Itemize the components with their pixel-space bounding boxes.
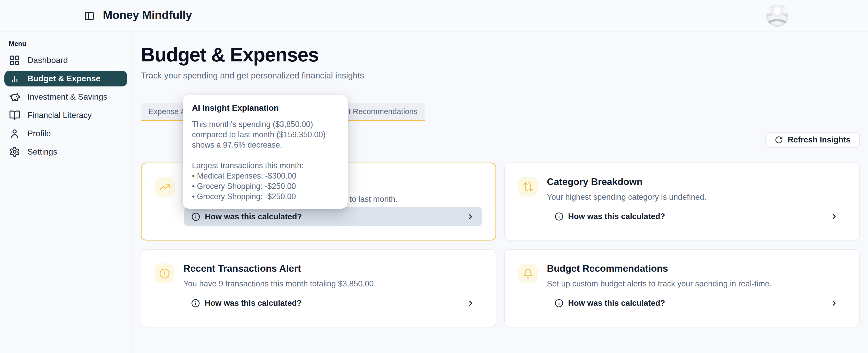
how-calculated-button[interactable]: How was this calculated? [184,207,482,226]
card-category-breakdown: Category Breakdown Your highest spending… [504,163,860,241]
dashboard-icon [9,55,20,66]
card-description: Set up custom budget alerts to track you… [547,279,846,289]
card-description: Your highest spending category is undefi… [547,192,846,202]
chevron-right-icon [830,299,838,307]
repeat-icon [518,177,538,197]
page-subtitle: Track your spending and get personalized… [141,71,860,80]
popover-list-heading: Largest transactions this month: [192,160,338,171]
info-icon [191,212,200,221]
sidebar-item-label: Dashboard [27,56,68,65]
popover-list-item: • Medical Expenses: -$300.00 [192,171,338,181]
card-budget-recommendations: Budget Recommendations Set up custom bud… [504,249,860,327]
book-open-icon [9,110,20,121]
how-calculated-label: How was this calculated? [205,298,302,308]
how-calculated-button[interactable]: How was this calculated? [183,294,483,313]
sidebar-item-settings[interactable]: Settings [4,144,127,160]
sidebar-item-label: Investment & Savings [27,92,107,102]
popover-title: AI Insight Explanation [192,103,338,113]
page-title: Budget & Expenses [141,44,860,65]
avatar[interactable] [766,5,788,27]
card-title: Budget Recommendations [547,263,846,274]
sidebar-item-financial-literacy[interactable]: Financial Literacy [4,107,127,123]
card-title: Category Breakdown [547,176,846,187]
gear-icon [9,146,20,157]
bell-icon [518,263,538,283]
how-calculated-label: How was this calculated? [568,212,665,221]
app-title: Money Mindfully [103,8,192,22]
header: Money Mindfully [0,0,868,32]
ai-insight-popover: AI Insight Explanation This month's spen… [183,95,348,209]
card-title: Recent Transactions Alert [183,263,483,274]
popover-list-item: • Grocery Shopping: -$250.00 [192,181,338,191]
bar-chart-icon [9,73,20,84]
info-icon [555,212,563,221]
sidebar-item-label: Settings [27,147,57,156]
sidebar: Menu Dashboard Budget & Expense Investme… [0,32,132,353]
refresh-insights-button[interactable]: Refresh Insights [766,132,860,148]
sidebar-item-investment-savings[interactable]: Investment & Savings [4,89,127,105]
refresh-insights-label: Refresh Insights [788,135,850,144]
alert-circle-icon [154,263,175,283]
menu-label: Menu [9,40,131,48]
info-icon [555,299,563,308]
how-calculated-button[interactable]: How was this calculated? [547,294,846,313]
user-icon [9,128,20,139]
sidebar-item-label: Financial Literacy [27,110,92,120]
info-icon [191,299,200,308]
card-recent-transactions-alert: Recent Transactions Alert You have 9 tra… [141,249,496,327]
popover-paragraph: This month's spending ($3,850.00) compar… [192,119,338,150]
card-description: You have 9 transactions this month total… [183,279,483,289]
how-calculated-label: How was this calculated? [568,298,665,308]
sidebar-item-dashboard[interactable]: Dashboard [4,52,127,68]
sidebar-nav: Dashboard Budget & Expense Investment & … [0,52,131,160]
chevron-right-icon [830,212,838,221]
how-calculated-button[interactable]: How was this calculated? [547,207,846,226]
sidebar-item-label: Budget & Expense [27,74,100,83]
popover-list-item: • Grocery Shopping: -$250.00 [192,191,338,202]
sidebar-item-label: Profile [27,129,51,138]
card-description-visible-fragment: to last month. [349,194,398,204]
refresh-icon [775,136,783,144]
piggy-bank-icon [9,91,20,102]
sidebar-item-budget-expense[interactable]: Budget & Expense [4,71,127,86]
sidebar-toggle-button[interactable] [83,10,96,22]
chevron-right-icon [466,213,474,221]
chevron-right-icon [467,299,475,307]
trending-up-icon [155,177,175,197]
how-calculated-label: How was this calculated? [205,212,302,221]
panel-left-icon [84,10,95,22]
sidebar-item-profile[interactable]: Profile [4,126,127,141]
